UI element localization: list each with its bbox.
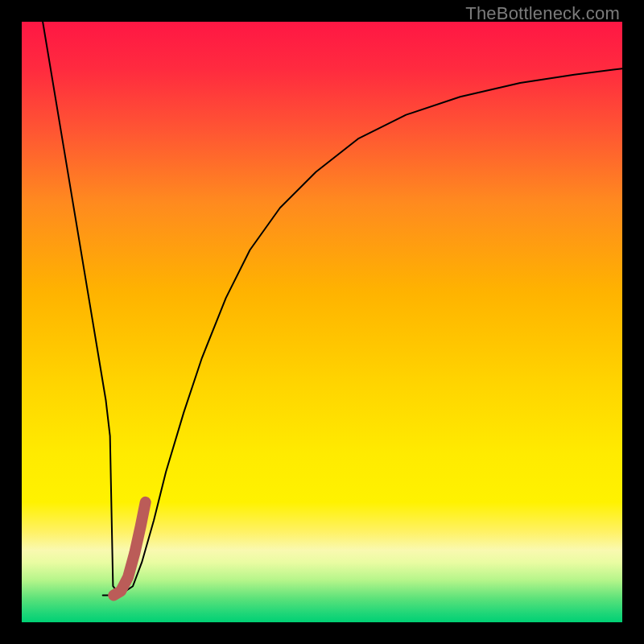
chart-svg bbox=[22, 22, 622, 622]
chart-frame: TheBottleneck.com bbox=[0, 0, 644, 644]
plot-area bbox=[22, 22, 622, 622]
